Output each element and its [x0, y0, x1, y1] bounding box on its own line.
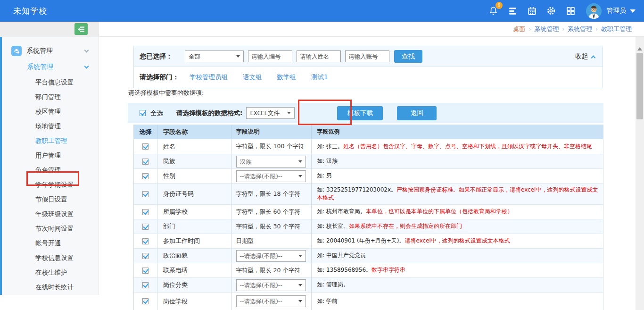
notifications-bell-icon[interactable]: 0: [487, 5, 499, 17]
example-text: 如: 33252519771203002x。: [317, 186, 396, 193]
sidebar-item-link[interactable]: 节假日设置: [0, 192, 99, 207]
user-avatar[interactable]: [586, 3, 602, 19]
settings-gear-icon[interactable]: [545, 5, 557, 17]
example-text: 如: 20040901 (年份+月份+天)。: [317, 237, 405, 244]
template-toolbar: 全选 请选择模板的数据格式: EXCEL文件 模板下载 返回: [128, 103, 603, 123]
field-example-cell: 如: 杭州市教育局。本单位，也可以是本单位的下属单位（包括教育局和学校）: [312, 206, 603, 217]
field-example-cell: 如: 20040901 (年份+月份+天)。请将excel中，这列的格式设置成文…: [312, 235, 603, 246]
apps-grid-icon[interactable]: [564, 5, 577, 17]
table-header-cell: 字段范例: [312, 128, 603, 136]
sidebar-item-link[interactable]: 校区管理: [0, 104, 99, 119]
department-link[interactable]: 测试1: [311, 73, 328, 82]
department-link[interactable]: 学校管理员组: [190, 73, 228, 82]
chevron-down-icon: [84, 64, 89, 69]
example-text: 如: 杭州市教育局。: [317, 208, 366, 215]
chevron-down-icon: [298, 160, 302, 163]
sidebar-item-active[interactable]: 教职工管理: [0, 134, 99, 148]
table-row: 部门字符型，限长 30 个字符如: 校长室。如果系统中不存在，则会生成指定的所在…: [134, 219, 603, 234]
department-link[interactable]: 语文组: [243, 73, 262, 82]
table-cell-select: [134, 169, 157, 183]
chevron-down-icon: [287, 112, 291, 114]
breadcrumb-item[interactable]: 系统管理: [568, 25, 592, 34]
filter-text-input[interactable]: [345, 50, 389, 62]
task-list-icon[interactable]: [506, 5, 519, 17]
chevron-down-icon: [236, 55, 240, 58]
chevron-down-icon: [84, 48, 89, 53]
field-value-select[interactable]: --请选择(不限)--: [236, 250, 306, 262]
example-text: 如: 校长室。: [317, 223, 349, 229]
field-value-select[interactable]: --请选择(不限)--: [236, 170, 306, 182]
field-name-cell: 岗位学段: [157, 293, 231, 310]
select-all-label: 全选: [150, 109, 163, 117]
table-header-cell: 字段名称: [157, 125, 231, 139]
row-checkbox[interactable]: [142, 268, 149, 274]
sidebar-item-link[interactable]: 在校生维护: [0, 265, 99, 280]
field-desc-text: 字符型，限长 100 个字符: [236, 142, 304, 151]
collapse-toggle[interactable]: 收起: [575, 46, 595, 67]
user-menu[interactable]: 管理员: [606, 7, 636, 15]
row-checkbox[interactable]: [142, 209, 149, 215]
table-row: 政治面貌--请选择(不限)--如: 中国共产党党员: [134, 249, 603, 263]
field-value-select[interactable]: --请选择(不限)--: [236, 295, 306, 307]
sidebar-item-link[interactable]: 帐号开通: [0, 236, 99, 251]
sidebar-item-link[interactable]: 部门管理: [0, 90, 99, 104]
sidebar-group-system-management[interactable]: 系统管理: [0, 43, 99, 59]
row-checkbox[interactable]: [142, 282, 149, 288]
row-checkbox[interactable]: [142, 298, 149, 304]
breadcrumb-item[interactable]: 系统管理: [534, 25, 559, 34]
example-warning-text: 本单位，也可以是本单位的下属单位（包括教育局和学校）: [366, 208, 513, 215]
field-name-cell: 姓名: [157, 139, 231, 154]
row-checkbox[interactable]: [142, 191, 149, 197]
sidebar-item-link[interactable]: 节次时间设置: [0, 221, 99, 236]
sidebar-item-link[interactable]: 平台信息设置: [0, 75, 99, 90]
filter-text-input[interactable]: [297, 50, 341, 62]
sidebar-item-link[interactable]: 年级班级设置: [0, 207, 99, 221]
field-select-value: 汉族: [240, 158, 252, 165]
row-checkbox[interactable]: [142, 224, 149, 230]
row-checkbox[interactable]: [142, 253, 149, 259]
sidebar-item-link[interactable]: 在线时长统计: [0, 280, 99, 294]
field-select-value: --请选择(不限)--: [240, 173, 282, 180]
format-select[interactable]: EXCEL文件: [246, 107, 295, 119]
sidebar-item-link[interactable]: 学校信息设置: [0, 251, 99, 265]
calendar-icon[interactable]: [526, 5, 538, 17]
example-text: 如: 学前: [317, 298, 338, 304]
sidebar-collapse-icon: [77, 25, 85, 33]
sidebar-subgroup-system-management[interactable]: 系统管理: [0, 59, 99, 75]
table-cell-select: [134, 184, 157, 204]
scope-select[interactable]: 全部: [185, 50, 244, 62]
field-value-select[interactable]: 汉族: [236, 156, 306, 168]
scrollbar-thumb[interactable]: [636, 53, 643, 119]
filter-row-search: 您已选择： 全部 查找 收起: [134, 46, 603, 67]
sidebar-toggle-button[interactable]: [74, 23, 88, 35]
select-all-checkbox[interactable]: [140, 110, 146, 116]
row-checkbox[interactable]: [142, 173, 149, 179]
filter-text-input[interactable]: [248, 50, 292, 62]
table-cell-select: [134, 249, 157, 263]
row-checkbox[interactable]: [142, 238, 149, 244]
table-header-cell: 选择: [134, 125, 157, 139]
field-select-value: --请选择(不限)--: [240, 282, 282, 289]
field-example-cell: 如: 中国共产党党员: [312, 250, 603, 261]
field-value-select[interactable]: --请选择(不限)--: [236, 279, 306, 291]
back-button[interactable]: 返回: [397, 106, 437, 120]
sidebar: 系统管理 系统管理 平台信息设置部门管理校区管理场地管理教职工管理用户管理角色管…: [0, 37, 99, 295]
row-checkbox[interactable]: [142, 159, 149, 165]
row-checkbox[interactable]: [142, 143, 149, 150]
sidebar-item-link[interactable]: 用户管理: [0, 148, 99, 163]
table-cell-select: [134, 154, 157, 168]
field-select-value: --请选择(不限)--: [240, 252, 282, 260]
table-cell-select: [134, 139, 157, 154]
department-link[interactable]: 数学组: [277, 73, 297, 82]
field-name-cell: 身份证号码: [157, 184, 231, 204]
sidebar-item-link[interactable]: 场地管理: [0, 119, 99, 134]
breadcrumb-item[interactable]: 桌面: [513, 25, 526, 34]
notification-badge: 0: [495, 2, 503, 9]
field-desc-cell: 字符型，限长 18 个字符: [231, 184, 312, 204]
chevron-down-icon: [298, 255, 302, 257]
search-button[interactable]: 查找: [394, 50, 422, 63]
table-row: 民族汉族如: 汉族: [134, 154, 603, 169]
scroll-up-arrow[interactable]: [637, 47, 642, 50]
field-desc-cell: 汉族: [231, 154, 312, 168]
scope-select-value: 全部: [189, 53, 200, 60]
